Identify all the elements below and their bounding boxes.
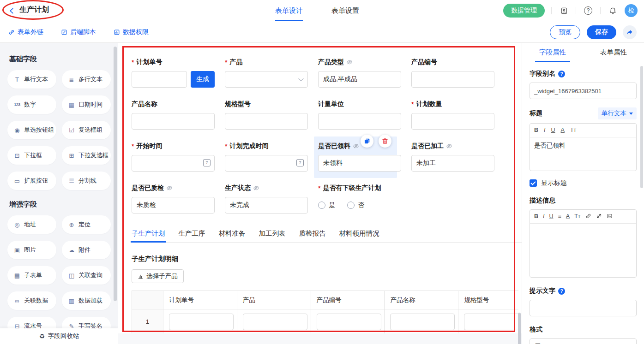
description-textarea[interactable]: [530, 224, 636, 277]
tab-sub-production-plan[interactable]: 子生产计划: [132, 229, 165, 242]
sidebar-scrollbar[interactable]: [114, 47, 117, 301]
tab-processing-list[interactable]: 加工列表: [259, 229, 286, 242]
underline-button[interactable]: U: [549, 214, 554, 219]
sidebar-item-dropdown[interactable]: ⊡下拉框: [7, 146, 56, 165]
data-permission-link[interactable]: 数据权限: [114, 28, 149, 36]
field-product-name[interactable]: 产品名称: [132, 100, 215, 130]
field-finish-time[interactable]: *计划完成时间: [225, 142, 308, 172]
sidebar-item-dropdown-multi[interactable]: ⊞下拉复选框: [62, 146, 111, 165]
preview-button[interactable]: 预览: [550, 25, 580, 39]
user-avatar[interactable]: 检: [625, 4, 638, 17]
underline-button[interactable]: U: [551, 127, 555, 133]
tab-material-preparation[interactable]: 材料准备: [219, 229, 246, 242]
field-start-time[interactable]: *开始时间: [132, 142, 215, 172]
tab-material-usage[interactable]: 材料领用情况: [339, 229, 379, 242]
font-color-button[interactable]: A: [561, 127, 565, 133]
cell-product-code-input[interactable]: [317, 314, 381, 330]
contact-book-icon[interactable]: [558, 5, 569, 16]
field-product-type[interactable]: 产品类型: [318, 58, 401, 88]
sidebar-item-subform[interactable]: ▤子表单: [7, 266, 56, 285]
notification-bell-icon[interactable]: [607, 5, 618, 16]
field-material-received-selected[interactable]: 是否已领料: [314, 136, 397, 178]
sidebar-item-relation-query[interactable]: ◫关联查询: [62, 266, 111, 285]
product-name-input[interactable]: [132, 113, 215, 130]
sidebar-item-checkbox-group[interactable]: ☑复选框组: [62, 121, 111, 139]
cell-product-name-input[interactable]: [390, 314, 455, 330]
field-alias-input[interactable]: [530, 83, 637, 99]
inspected-input[interactable]: [132, 197, 215, 214]
select-sub-product-button[interactable]: 选择子产品: [132, 269, 184, 283]
field-has-sub-plan[interactable]: *是否有下级生产计划 是 否: [318, 184, 494, 214]
sidebar-item-data-load[interactable]: ▥数据加载: [62, 291, 111, 310]
tab-form-settings[interactable]: 表单设置: [331, 0, 359, 21]
save-button[interactable]: 保存: [587, 25, 616, 39]
help-icon[interactable]: [583, 5, 594, 16]
tab-quality-report[interactable]: 质检报告: [299, 229, 326, 242]
field-product-code[interactable]: 产品编号: [411, 58, 494, 88]
copy-field-button[interactable]: [361, 135, 373, 148]
product-code-input[interactable]: [411, 71, 494, 88]
finish-time-input[interactable]: [225, 155, 308, 172]
sidebar-item-relation-data[interactable]: ∞关联数据: [7, 291, 56, 310]
insert-link-button[interactable]: [585, 213, 591, 220]
properties-scrollbar[interactable]: [640, 66, 643, 188]
field-inspected[interactable]: 是否已质检: [132, 184, 215, 214]
field-production-status[interactable]: 生产状态: [225, 184, 308, 214]
plan-qty-input[interactable]: [411, 113, 494, 130]
canvas-scrollbar[interactable]: [518, 313, 521, 344]
font-size-button[interactable]: Tт: [574, 214, 580, 219]
field-recycle-bin[interactable]: ♻ 字段回收站: [0, 328, 118, 344]
field-processed[interactable]: 是否已加工: [411, 142, 494, 172]
sidebar-item-image[interactable]: ▣图片: [7, 241, 56, 259]
field-spec-model[interactable]: 规格型号: [225, 100, 308, 130]
sidebar-item-divider-line[interactable]: ☰分割线: [62, 172, 111, 190]
remove-link-button[interactable]: [596, 213, 602, 220]
italic-button[interactable]: I: [544, 127, 545, 133]
field-unit[interactable]: 计量单位: [318, 100, 401, 130]
field-product[interactable]: *产品: [225, 58, 308, 88]
format-select[interactable]: 无: [530, 338, 637, 344]
align-button[interactable]: ≡: [558, 214, 561, 219]
delete-field-button[interactable]: [379, 135, 391, 148]
data-manage-button[interactable]: 数据管理: [503, 4, 545, 18]
bold-button[interactable]: B: [534, 127, 538, 133]
tab-form-design[interactable]: 表单设计: [275, 0, 303, 21]
title-type-dropdown[interactable]: 单行文本: [598, 107, 637, 119]
sidebar-item-location[interactable]: ⊕定位: [62, 215, 111, 234]
insert-image-button[interactable]: [607, 213, 613, 220]
backend-script-link[interactable]: 后端脚本: [61, 28, 96, 36]
font-size-button[interactable]: Tт: [570, 127, 576, 133]
sidebar-item-single-line-text[interactable]: T单行文本: [7, 70, 56, 89]
processed-input[interactable]: [411, 155, 494, 172]
help-icon[interactable]: [558, 288, 565, 295]
cell-product-input[interactable]: [243, 314, 307, 330]
product-type-input[interactable]: [318, 71, 401, 88]
font-color-button[interactable]: A: [566, 214, 570, 219]
cell-spec-model-input[interactable]: [464, 314, 518, 330]
show-title-checkbox[interactable]: 显示标题: [530, 179, 637, 187]
material-received-input[interactable]: [318, 155, 401, 172]
sidebar-item-number[interactable]: 123数字: [7, 95, 56, 114]
tab-field-properties[interactable]: 字段属性: [522, 43, 583, 62]
tab-form-properties[interactable]: 表单属性: [583, 43, 644, 62]
title-content-textarea[interactable]: 是否已领料: [530, 137, 636, 171]
hint-text-input[interactable]: [530, 300, 637, 316]
sidebar-item-attachment[interactable]: ☁附件: [62, 241, 111, 259]
production-status-input[interactable]: [225, 197, 308, 214]
help-icon[interactable]: [558, 71, 565, 77]
form-external-link[interactable]: 表单外链: [8, 28, 43, 36]
sidebar-item-extend-button[interactable]: ▭扩展按钮: [7, 172, 56, 190]
radio-no[interactable]: 否: [347, 201, 364, 209]
back-button[interactable]: 生产计划: [8, 0, 49, 21]
share-button[interactable]: [623, 25, 637, 39]
tab-production-process[interactable]: 生产工序: [179, 229, 205, 242]
sidebar-item-address[interactable]: ◎地址: [7, 215, 56, 234]
plan-number-input[interactable]: [132, 71, 187, 88]
cell-plan-number-input[interactable]: [169, 314, 234, 330]
italic-button[interactable]: I: [543, 214, 544, 219]
radio-yes[interactable]: 是: [318, 201, 335, 209]
sidebar-item-radio-group[interactable]: ◉单选按钮组: [7, 121, 56, 139]
generate-button[interactable]: 生成: [191, 71, 215, 88]
field-plan-qty[interactable]: *计划数量: [411, 100, 494, 130]
spec-model-input[interactable]: [225, 113, 308, 130]
